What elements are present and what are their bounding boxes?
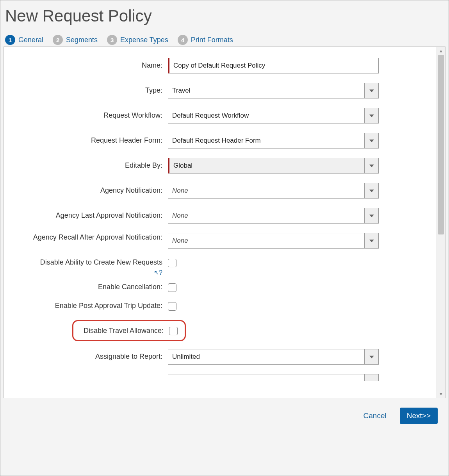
agency-notif-select[interactable]: None — [168, 183, 379, 199]
scroll-down-icon[interactable]: ▼ — [437, 390, 445, 398]
assignable-select[interactable]: Unlimited — [168, 349, 379, 365]
step-expense-types[interactable]: 3 Expense Types — [107, 35, 168, 45]
page-title: New Request Policy — [5, 7, 445, 25]
partial-select[interactable] — [168, 374, 379, 381]
step-segments[interactable]: 2 Segments — [53, 35, 98, 45]
disable-travel-allowance-highlight: Disable Travel Allowance: — [72, 320, 186, 341]
editable-by-select[interactable]: Global — [168, 158, 379, 174]
enable-cancel-label: Enable Cancellation: — [12, 283, 168, 292]
form-scroll-area: Name: Type: Travel Request Workflow: Def… — [4, 47, 437, 398]
assignable-label: Assignable to Report: — [12, 352, 168, 361]
chevron-down-icon — [364, 349, 378, 364]
footer-actions: Cancel Next>> — [4, 398, 445, 424]
step-label: General — [18, 36, 43, 44]
chevron-down-icon — [364, 233, 378, 248]
type-label: Type: — [12, 86, 168, 95]
step-print-formats[interactable]: 4 Print Formats — [178, 35, 233, 45]
wizard-steps: 1 General 2 Segments 3 Expense Types 4 P… — [5, 35, 445, 45]
assignable-value: Unlimited — [168, 349, 364, 364]
step-num: 1 — [5, 35, 15, 45]
chevron-down-icon — [364, 183, 378, 198]
agency-recall-value: None — [168, 233, 364, 248]
type-select[interactable]: Travel — [168, 83, 379, 98]
step-general[interactable]: 1 General — [5, 35, 43, 45]
enable-post-label: Enable Post Approval Trip Update: — [12, 301, 168, 310]
header-form-value: Default Request Header Form — [168, 133, 364, 148]
workflow-select[interactable]: Default Request Workflow — [168, 108, 379, 123]
chevron-down-icon — [364, 208, 378, 223]
chevron-down-icon — [364, 158, 378, 173]
chevron-down-icon — [364, 83, 378, 98]
step-num: 4 — [178, 35, 188, 45]
step-label: Print Formats — [191, 36, 233, 44]
name-label: Name: — [12, 61, 168, 70]
agency-notif-value: None — [168, 183, 364, 198]
step-num: 3 — [107, 35, 117, 45]
disable-ta-checkbox[interactable] — [169, 327, 178, 335]
agency-last-value: None — [168, 208, 364, 223]
workflow-value: Default Request Workflow — [168, 108, 364, 123]
editable-by-label: Editable By: — [12, 161, 168, 170]
help-icon[interactable]: ↖? — [12, 269, 168, 276]
disable-ta-label: Disable Travel Allowance: — [75, 327, 169, 335]
next-button[interactable]: Next>> — [400, 408, 438, 424]
chevron-down-icon — [364, 133, 378, 148]
agency-last-select[interactable]: None — [168, 208, 379, 224]
step-label: Expense Types — [120, 36, 168, 44]
enable-post-checkbox[interactable] — [168, 302, 176, 311]
header-form-select[interactable]: Default Request Header Form — [168, 133, 379, 149]
disable-create-checkbox[interactable] — [168, 259, 176, 267]
scrollbar[interactable]: ▲ ▼ — [437, 47, 445, 398]
chevron-down-icon — [364, 108, 378, 123]
type-value: Travel — [168, 83, 364, 98]
header-form-label: Request Header Form: — [12, 136, 168, 145]
scroll-up-icon[interactable]: ▲ — [437, 47, 445, 55]
agency-last-label: Agency Last Approval Notification: — [12, 211, 168, 220]
enable-cancel-checkbox[interactable] — [168, 283, 176, 292]
step-label: Segments — [66, 36, 98, 44]
disable-create-label: Disable Ability to Create New Requests — [12, 258, 168, 267]
name-input[interactable] — [168, 58, 379, 73]
workflow-label: Request Workflow: — [12, 111, 168, 120]
chevron-down-icon — [364, 374, 378, 381]
editable-by-value: Global — [169, 158, 364, 173]
step-num: 2 — [53, 35, 63, 45]
agency-recall-select[interactable]: None — [168, 233, 379, 249]
agency-notif-label: Agency Notification: — [12, 186, 168, 195]
scroll-thumb[interactable] — [438, 55, 444, 234]
agency-recall-label: Agency Recall After Approval Notificatio… — [12, 233, 168, 242]
cancel-button[interactable]: Cancel — [361, 411, 389, 421]
form-panel: Name: Type: Travel Request Workflow: Def… — [4, 47, 445, 398]
